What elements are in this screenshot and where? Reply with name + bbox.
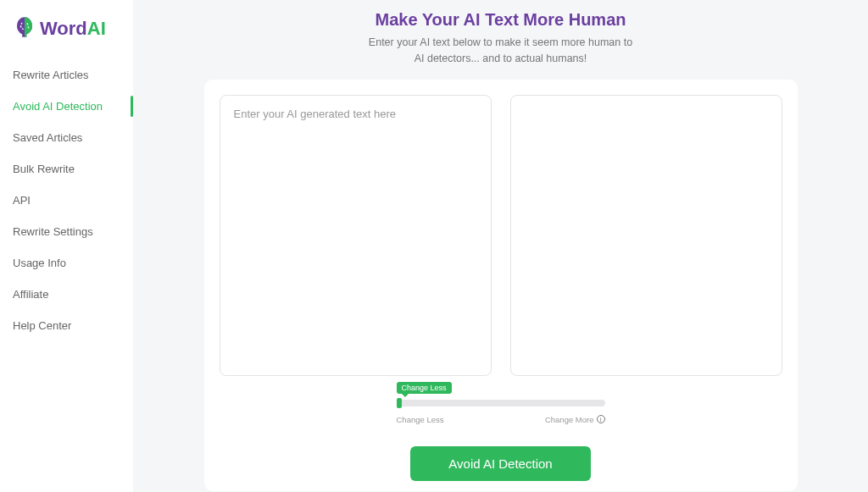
sidebar-item-avoid-ai-detection[interactable]: Avoid AI Detection [0,91,133,122]
slider-tooltip: Change Less [397,382,452,394]
output-pane [510,95,782,376]
sidebar-item-rewrite-articles[interactable]: Rewrite Articles [0,59,133,91]
change-amount-slider[interactable]: Change Less Change Less Change More i [397,400,605,424]
brand-ai: AI [87,18,106,40]
slider-label-right: Change More i [545,415,605,424]
subtitle-line1: Enter your AI text below to make it seem… [369,36,632,48]
page-title: Make Your AI Text More Human [376,10,626,30]
brand-logo-text: WordAI [40,18,106,40]
page-subtitle: Enter your AI text below to make it seem… [369,35,632,68]
sidebar-item-usage-info[interactable]: Usage Info [0,247,133,279]
slider-track[interactable] [397,400,605,406]
sidebar-item-bulk-rewrite[interactable]: Bulk Rewrite [0,153,133,185]
avoid-ai-detection-button[interactable]: Avoid AI Detection [410,446,590,481]
subtitle-line2: AI detectors... and to actual humans! [415,53,587,64]
editor-card: Change Less Change Less Change More i Av… [204,80,798,491]
brand-logo-mark-icon [13,15,36,42]
panes-row [220,95,782,376]
slider-labels: Change Less Change More i [397,415,605,424]
sidebar-item-api[interactable]: API [0,185,133,216]
info-icon[interactable]: i [597,415,605,423]
brand-logo[interactable]: WordAI [0,15,133,59]
sidebar-item-rewrite-settings[interactable]: Rewrite Settings [0,216,133,247]
slider-label-left: Change Less [397,415,444,424]
brand-word: Word [40,18,87,40]
sidebar-item-help-center[interactable]: Help Center [0,310,133,341]
sidebar-item-affiliate[interactable]: Affiliate [0,279,133,310]
slider-thumb[interactable] [397,398,402,408]
sidebar-item-saved-articles[interactable]: Saved Articles [0,122,133,153]
slider-label-right-text: Change More [545,415,594,424]
sidebar: WordAI Rewrite Articles Avoid AI Detecti… [0,0,133,492]
main-content: Make Your AI Text More Human Enter your … [133,0,868,492]
sidebar-nav: Rewrite Articles Avoid AI Detection Save… [0,59,133,341]
input-textarea[interactable] [220,95,492,376]
